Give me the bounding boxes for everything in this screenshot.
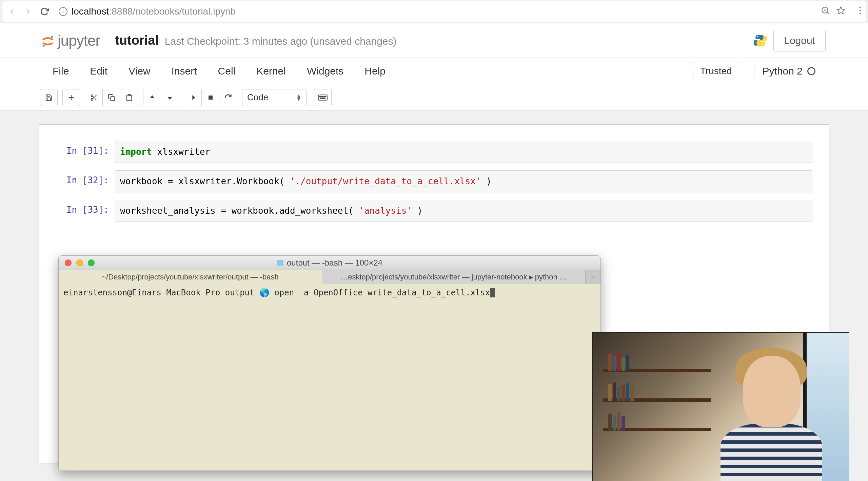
- jupyter-logo-icon: [41, 34, 54, 47]
- svg-point-9: [43, 45, 45, 47]
- run-button[interactable]: [184, 89, 202, 106]
- browser-actions: [821, 6, 862, 17]
- svg-rect-23: [323, 96, 324, 97]
- svg-point-12: [91, 95, 93, 97]
- menu-view[interactable]: View: [129, 65, 150, 77]
- code-input[interactable]: workbook = xlsxwriter.Workbook( './outpu…: [115, 170, 812, 192]
- forward-button[interactable]: [23, 6, 34, 17]
- svg-point-8: [51, 36, 53, 38]
- python-logo-icon: [753, 34, 767, 48]
- url-path: /notebooks/tutorial.ipynb: [133, 6, 236, 17]
- menu-cell[interactable]: Cell: [218, 65, 236, 77]
- code-input[interactable]: worksheet_analysis = workbook.add_worksh…: [115, 200, 812, 222]
- svg-point-10: [757, 36, 758, 37]
- dropdown-arrows-icon: ▲▼: [296, 94, 301, 101]
- browser-toolbar: i localhost:8888/notebooks/tutorial.ipyn…: [2, 1, 866, 22]
- address-bar[interactable]: i localhost:8888/notebooks/tutorial.ipyn…: [55, 4, 815, 19]
- toolbar: +: [0, 84, 868, 111]
- kernel-status-icon: [807, 67, 815, 75]
- menu-insert[interactable]: Insert: [172, 65, 197, 77]
- svg-point-11: [762, 44, 763, 45]
- code-input[interactable]: import xlsxwriter: [115, 141, 812, 163]
- cell-prompt: In [32]:: [56, 170, 115, 192]
- add-cell-button[interactable]: +: [62, 89, 80, 106]
- svg-rect-25: [320, 98, 325, 99]
- svg-line-16: [93, 96, 94, 98]
- svg-rect-18: [128, 94, 130, 96]
- jupyter-logo[interactable]: jupyter: [41, 32, 100, 49]
- reload-button[interactable]: [39, 6, 50, 17]
- code-cell[interactable]: In [31]: import xlsxwriter: [56, 141, 812, 163]
- svg-point-6: [860, 9, 861, 11]
- move-up-button[interactable]: [143, 89, 161, 106]
- svg-rect-24: [325, 96, 326, 97]
- svg-point-5: [860, 6, 861, 8]
- code-cell[interactable]: In [32]: workbook = xlsxwriter.Workbook(…: [56, 170, 812, 192]
- menu-edit[interactable]: Edit: [90, 65, 107, 77]
- terminal-new-tab-button[interactable]: +: [586, 270, 600, 284]
- terminal-window[interactable]: output — -bash — 100×24 ~/Desktop/projec…: [58, 255, 601, 471]
- menu-widgets[interactable]: Widgets: [307, 65, 343, 77]
- code-cell[interactable]: In [33]: worksheet_analysis = workbook.a…: [56, 200, 812, 222]
- stop-button[interactable]: [202, 89, 219, 106]
- back-button[interactable]: [6, 6, 17, 17]
- svg-rect-22: [321, 96, 323, 97]
- webcam-overlay: [592, 332, 849, 481]
- cell-prompt: In [33]:: [56, 200, 115, 222]
- logout-button[interactable]: Logout: [773, 30, 826, 51]
- kernel-name: Python 2: [763, 65, 803, 77]
- terminal-title-text: output — -bash — 100×24: [287, 258, 382, 268]
- cut-button[interactable]: [85, 89, 103, 106]
- terminal-prompt-line: einarstensson@Einars-MacBook-Pro output …: [63, 288, 490, 297]
- svg-rect-19: [209, 96, 213, 100]
- terminal-body[interactable]: einarstensson@Einars-MacBook-Pro output …: [59, 284, 600, 470]
- browser-menu-icon[interactable]: [859, 6, 862, 17]
- svg-point-7: [860, 13, 861, 14]
- terminal-tab[interactable]: ~/Desktop/projects/youtube/xlsxwriter/ou…: [59, 270, 322, 284]
- svg-line-1: [827, 12, 829, 14]
- svg-rect-17: [111, 97, 115, 101]
- svg-line-15: [95, 98, 96, 100]
- folder-icon: [277, 260, 283, 266]
- restart-button[interactable]: [219, 89, 237, 106]
- move-down-button[interactable]: [161, 89, 179, 106]
- site-info-icon[interactable]: i: [59, 7, 67, 16]
- menu-bar: File Edit View Insert Cell Kernel Widget…: [0, 58, 868, 84]
- jupyter-header: jupyter tutorial Last Checkpoint: 3 minu…: [0, 23, 868, 58]
- terminal-tab[interactable]: …esktop/projects/youtube/xlsxwriter — ju…: [322, 270, 586, 284]
- trusted-button[interactable]: Trusted: [693, 62, 739, 80]
- url-port: :8888: [109, 6, 133, 17]
- checkpoint-text: Last Checkpoint: 3 minutes ago (unsaved …: [165, 36, 397, 47]
- terminal-tabs: ~/Desktop/projects/youtube/xlsxwriter/ou…: [59, 270, 600, 284]
- paste-button[interactable]: [120, 89, 138, 106]
- save-button[interactable]: [40, 89, 58, 106]
- svg-point-13: [91, 98, 93, 100]
- notebook-title[interactable]: tutorial: [115, 33, 159, 48]
- command-palette-button[interactable]: [314, 89, 332, 106]
- svg-rect-21: [319, 96, 321, 97]
- cell-prompt: In [31]:: [56, 141, 115, 163]
- svg-marker-4: [837, 7, 845, 14]
- url-host: localhost: [72, 6, 109, 17]
- jupyter-logo-text: jupyter: [58, 32, 100, 49]
- copy-button[interactable]: [103, 89, 120, 106]
- menu-help[interactable]: Help: [364, 65, 386, 77]
- menu-file[interactable]: File: [53, 65, 69, 77]
- zoom-icon[interactable]: [821, 6, 830, 17]
- cell-type-select[interactable]: Code ▲▼: [242, 89, 307, 106]
- kernel-indicator[interactable]: Python 2: [754, 65, 815, 77]
- menu-kernel[interactable]: Kernel: [256, 65, 286, 77]
- terminal-titlebar[interactable]: output — -bash — 100×24: [59, 256, 600, 270]
- cell-type-value: Code: [247, 92, 268, 103]
- terminal-cursor: [490, 288, 495, 297]
- bookmark-star-icon[interactable]: [836, 6, 845, 17]
